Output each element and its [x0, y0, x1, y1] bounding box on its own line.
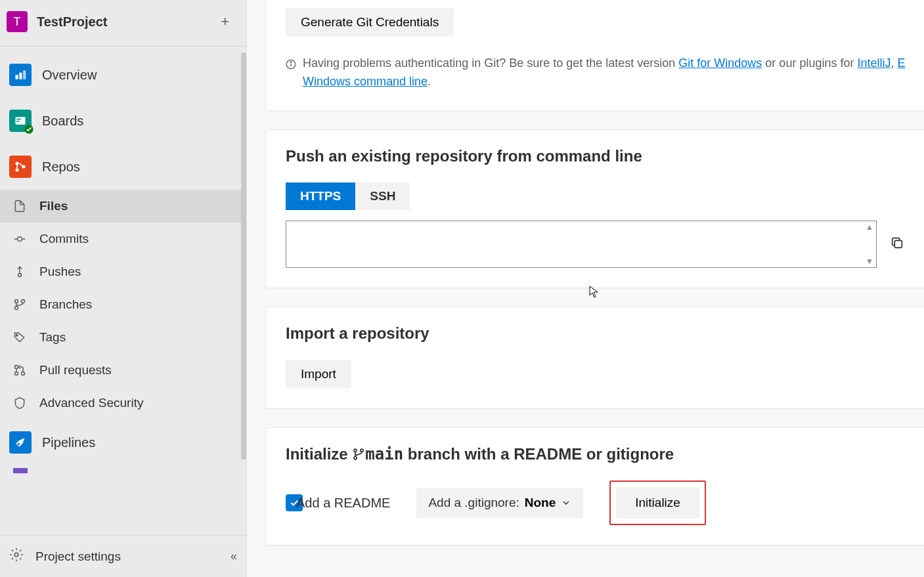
branch-name: main — [365, 445, 403, 463]
info-text: Having problems authenticating in Git? B… — [303, 56, 678, 70]
subnav-label: Branches — [39, 297, 92, 312]
branch-icon — [352, 448, 365, 461]
tab-ssh[interactable]: SSH — [355, 182, 410, 210]
initialize-button[interactable]: Initialize — [616, 487, 699, 519]
subnav-tags[interactable]: Tags — [0, 321, 246, 354]
repos-subnav: Files Commits Pushes Branches — [0, 190, 246, 419]
svg-point-21 — [22, 372, 25, 375]
svg-point-17 — [22, 300, 25, 303]
commit-icon — [12, 232, 28, 246]
svg-point-20 — [15, 372, 18, 375]
import-card: Import a repository Import — [265, 307, 924, 409]
nav-overview[interactable]: Overview — [0, 52, 246, 98]
heading-prefix: Initialize — [286, 445, 352, 463]
credentials-info: Having problems authenticating in Git? B… — [286, 54, 924, 91]
scroll-up-icon[interactable]: ▲ — [866, 223, 873, 232]
push-heading: Push an existing repository from command… — [286, 147, 924, 165]
tag-icon — [12, 331, 28, 344]
svg-point-24 — [14, 553, 18, 557]
subnav-label: Pull requests — [39, 363, 112, 377]
heading-suffix: branch with a README or gitignore — [403, 445, 674, 463]
push-commands-textarea[interactable]: ▲ ▼ — [286, 221, 877, 268]
svg-point-7 — [16, 162, 19, 165]
subnav-branches[interactable]: Branches — [0, 288, 246, 321]
subnav-files[interactable]: Files — [0, 190, 246, 223]
chevron-down-icon — [561, 498, 571, 508]
nav-repos[interactable]: Repos — [0, 144, 246, 190]
nav-label: Repos — [42, 160, 80, 175]
import-heading: Import a repository — [286, 324, 924, 343]
nav-truncated[interactable] — [0, 465, 246, 473]
pull-request-icon — [12, 364, 28, 377]
svg-point-29 — [354, 449, 357, 452]
add-button[interactable]: + — [215, 11, 234, 33]
sidebar-scrollbar[interactable] — [241, 53, 246, 459]
pipelines-icon — [9, 431, 32, 454]
dropdown-label: Add a .gitignore: — [428, 496, 519, 510]
push-card: Push an existing repository from command… — [265, 129, 924, 288]
nav-label: Overview — [42, 68, 97, 83]
import-button[interactable]: Import — [286, 360, 351, 389]
link-windows-command-line[interactable]: Windows command line — [303, 75, 428, 88]
svg-point-23 — [18, 443, 20, 445]
svg-rect-28 — [894, 240, 902, 247]
boards-icon — [9, 110, 32, 132]
push-icon — [12, 265, 28, 278]
project-name[interactable]: TestProject — [37, 14, 215, 30]
nav-pipelines[interactable]: Pipelines — [0, 419, 246, 465]
subnav-label: Pushes — [39, 265, 81, 279]
scroll-down-icon[interactable]: ▼ — [866, 257, 873, 266]
subnav-label: Advanced Security — [39, 396, 143, 410]
svg-rect-5 — [16, 121, 19, 122]
info-text: or our plugins for — [762, 56, 857, 70]
sidebar: T TestProject + Overview Boards Repos — [0, 0, 247, 577]
svg-point-15 — [15, 300, 18, 303]
main-content: Generate Git Credentials Having problems… — [247, 0, 924, 577]
nav-boards[interactable]: Boards — [0, 98, 246, 144]
subnav-commits[interactable]: Commits — [0, 223, 246, 255]
overview-icon — [9, 64, 32, 86]
nav-label: Pipelines — [42, 435, 95, 450]
truncated-icon — [9, 468, 32, 473]
svg-point-10 — [18, 237, 22, 242]
add-readme-label: Add a README — [296, 496, 390, 511]
gear-icon — [9, 547, 24, 565]
svg-point-16 — [15, 307, 18, 310]
svg-rect-2 — [23, 70, 26, 79]
generate-credentials-button[interactable]: Generate Git Credentials — [286, 8, 454, 37]
subnav-label: Commits — [39, 232, 89, 246]
copy-icon[interactable] — [890, 236, 924, 253]
subnav-pull-requests[interactable]: Pull requests — [0, 354, 246, 387]
file-icon — [12, 200, 28, 213]
link-intellij[interactable]: IntelliJ — [857, 56, 891, 70]
svg-rect-0 — [16, 75, 18, 79]
gitignore-dropdown[interactable]: Add a .gitignore: None — [416, 488, 583, 518]
svg-rect-4 — [16, 119, 21, 120]
link-eclipse[interactable]: E — [897, 56, 905, 70]
svg-rect-1 — [19, 73, 22, 79]
dropdown-value: None — [525, 496, 556, 510]
subnav-label: Tags — [39, 330, 66, 345]
sidebar-footer: Project settings « — [0, 535, 246, 577]
svg-point-19 — [15, 366, 18, 369]
subnav-advanced-security[interactable]: Advanced Security — [0, 387, 246, 419]
project-avatar[interactable]: T — [7, 11, 28, 32]
initialize-highlight: Initialize — [609, 481, 706, 525]
nav-label: Boards — [42, 114, 83, 129]
initialize-card: Initialize main branch with a README or … — [265, 427, 924, 545]
branch-icon — [12, 298, 28, 311]
footer-label: Project settings — [35, 549, 121, 564]
info-text: , — [891, 56, 897, 70]
svg-point-27 — [290, 62, 291, 62]
link-git-for-windows[interactable]: Git for Windows — [678, 56, 762, 70]
svg-point-30 — [354, 457, 357, 459]
info-icon — [286, 56, 296, 75]
svg-point-13 — [18, 274, 22, 277]
collapse-icon[interactable]: « — [231, 549, 237, 563]
initialize-heading: Initialize main branch with a README or … — [286, 445, 924, 463]
svg-point-31 — [361, 449, 363, 452]
subnav-pushes[interactable]: Pushes — [0, 255, 246, 288]
protocol-tabs: HTTPS SSH — [286, 182, 924, 210]
project-settings[interactable]: Project settings « — [0, 536, 246, 577]
tab-https[interactable]: HTTPS — [286, 182, 355, 210]
